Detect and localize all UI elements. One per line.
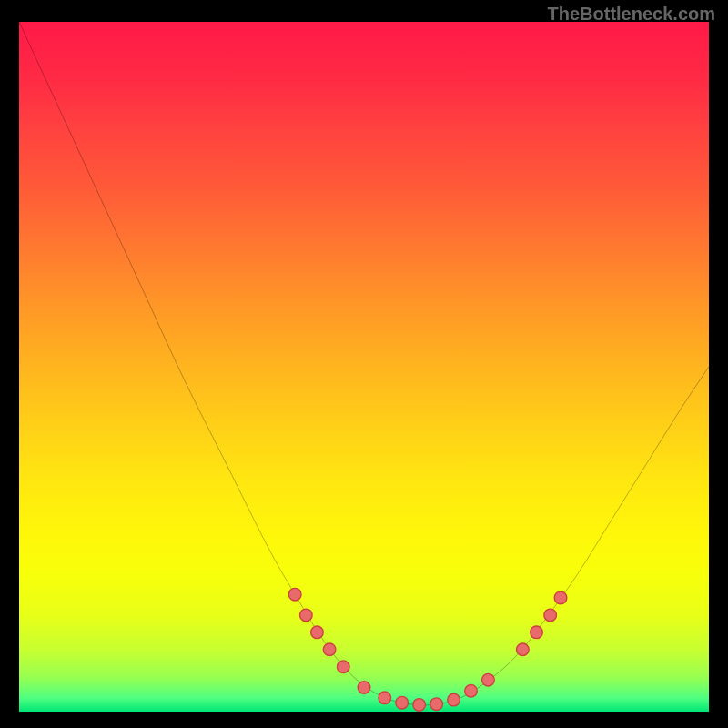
marker-dot xyxy=(379,692,391,704)
curve-markers xyxy=(288,588,566,711)
marker-dot xyxy=(465,684,478,697)
marker-dot xyxy=(430,698,443,711)
marker-dot xyxy=(554,592,567,604)
bottleneck-curve xyxy=(19,22,709,705)
bottleneck-chart xyxy=(19,22,709,712)
marker-dot xyxy=(517,643,530,656)
marker-dot xyxy=(311,626,324,639)
marker-dot xyxy=(396,696,409,709)
watermark-text: TheBottleneck.com xyxy=(548,4,715,25)
marker-dot xyxy=(323,643,336,656)
marker-dot xyxy=(337,661,349,673)
marker-dot xyxy=(358,682,370,694)
curve-layer xyxy=(19,22,709,712)
marker-dot xyxy=(300,609,313,622)
marker-dot xyxy=(482,673,495,686)
marker-dot xyxy=(531,626,543,639)
marker-dot xyxy=(448,693,460,706)
marker-dot xyxy=(288,588,301,601)
marker-dot xyxy=(544,609,557,622)
marker-dot xyxy=(413,699,426,712)
